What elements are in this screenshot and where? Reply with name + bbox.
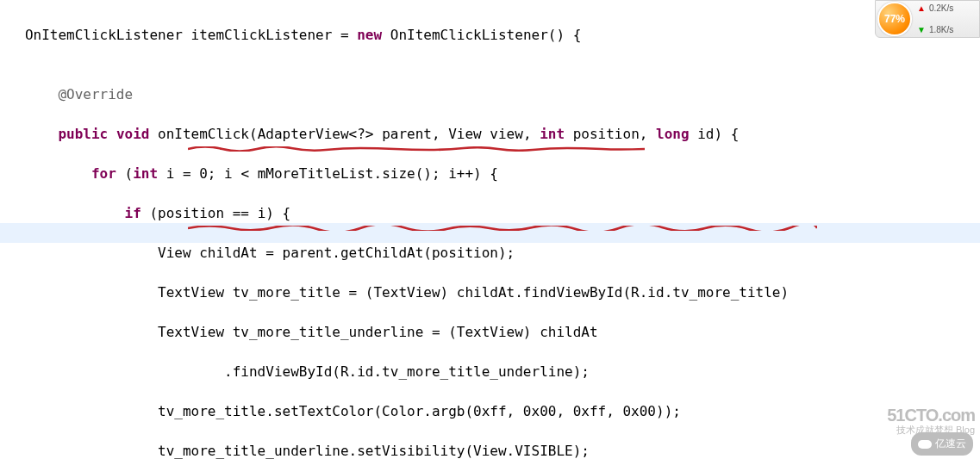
network-rates: ▲0.2K/s ▼1.8K/s (917, 0, 953, 40)
code-line: View childAt = parent.getChildAt(positio… (0, 243, 789, 263)
usage-gauge-icon: 77% (877, 2, 912, 36)
download-arrow-icon: ▼ (917, 20, 926, 40)
code-line: TextView tv_more_title = (TextView) chil… (0, 282, 789, 302)
upload-rate: 0.2K/s (929, 0, 953, 18)
upload-arrow-icon: ▲ (917, 0, 926, 18)
download-rate: 1.8K/s (929, 20, 953, 40)
code-line: for (int i = 0; i < mMoreTitleList.size(… (0, 164, 789, 183)
code-editor-viewport[interactable]: OnItemClickListener itemClickListener = … (0, 0, 789, 459)
cloud-icon (918, 440, 932, 449)
code-line: public void onItemClick(AdapterView<?> p… (0, 124, 789, 144)
code-line: .findViewById(R.id.tv_more_title_underli… (0, 362, 789, 381)
code-line: @Override (0, 84, 789, 104)
watermark-51cto: 51CTO.com 技术成就梦想 Blog (887, 406, 975, 435)
code-line: tv_more_title.setTextColor(Color.argb(0x… (0, 401, 789, 421)
network-speed-widget[interactable]: 77% ▲0.2K/s ▼1.8K/s (875, 0, 980, 38)
code-line: tv_more_title_underline.setVisibility(Vi… (0, 441, 789, 459)
code-line: if (position == i) { (0, 203, 789, 223)
code-line: OnItemClickListener itemClickListener = … (0, 25, 789, 45)
watermark-yisuyun: 亿速云 (911, 432, 973, 456)
code-line: TextView tv_more_title_underline = (Text… (0, 322, 789, 342)
